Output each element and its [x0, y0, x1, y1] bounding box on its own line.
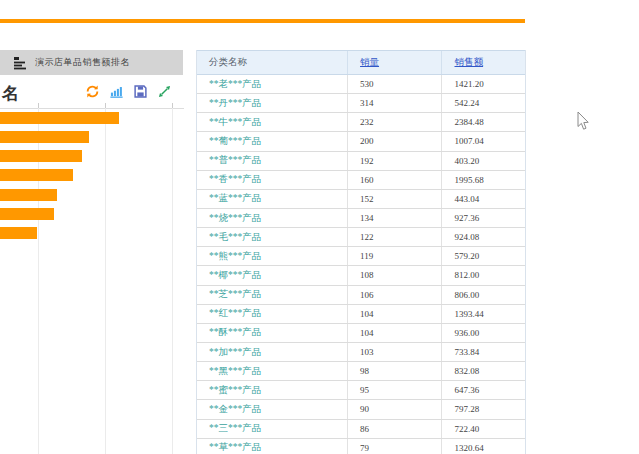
sales-volume-cell: 108: [348, 266, 442, 284]
sales-amount-cell: 2384.48: [442, 113, 525, 131]
table-row: **加***产品 103 733.84: [197, 343, 525, 362]
table-row: **烧***产品 134 927.36: [197, 209, 525, 228]
sales-amount-cell: 542.24: [442, 94, 525, 112]
chart-title: 名: [2, 82, 19, 105]
chart-bar: [0, 131, 89, 143]
table-row: **蓝***产品 152 443.04: [197, 190, 525, 209]
sales-amount-cell: 927.36: [442, 209, 525, 227]
sales-volume-cell: 95: [348, 381, 442, 399]
sales-amount-cell: 832.08: [442, 362, 525, 380]
sales-amount-cell: 924.08: [442, 228, 525, 246]
sales-amount-cell: 403.20: [442, 152, 525, 170]
sales-amount-cell: 579.20: [442, 247, 525, 265]
sales-volume-cell: 104: [348, 305, 442, 323]
category-name-link[interactable]: **毛***产品: [209, 231, 261, 244]
category-name-link[interactable]: **熊***产品: [209, 250, 261, 263]
sales-amount-cell: 1421.20: [442, 75, 525, 93]
sales-amount-cell: 1393.44: [442, 305, 525, 323]
table-row: **椰***产品 108 812.00: [197, 266, 525, 285]
table-row: **香***产品 160 1995.68: [197, 171, 525, 190]
sales-volume-cell: 79: [348, 439, 442, 454]
sales-amount-cell: 1995.68: [442, 171, 525, 189]
category-name-link[interactable]: **蜜***产品: [209, 384, 261, 397]
column-header-category: 分类名称: [197, 51, 348, 74]
category-name-link[interactable]: **丹***产品: [209, 97, 261, 110]
sales-amount-cell: 443.04: [442, 190, 525, 208]
sales-volume-cell: 530: [348, 75, 442, 93]
sales-amount-cell: 806.00: [442, 286, 525, 304]
category-name-link[interactable]: **加***产品: [209, 346, 261, 359]
axis-tick: [172, 103, 173, 108]
category-name-link[interactable]: **烧***产品: [209, 212, 261, 225]
sales-volume-cell: 106: [348, 286, 442, 304]
refresh-icon[interactable]: [86, 85, 99, 98]
category-name-link[interactable]: **香***产品: [209, 173, 261, 186]
category-name-link[interactable]: **葡***产品: [209, 135, 261, 148]
table-row: **三***产品 86 722.40: [197, 420, 525, 439]
sales-volume-cell: 160: [348, 171, 442, 189]
panel-title: 演示店单品销售额排名: [35, 56, 130, 69]
table-row: **葡***产品 200 1007.04: [197, 132, 525, 151]
category-name-link[interactable]: **芝***产品: [209, 288, 261, 301]
category-name-link[interactable]: **酥***产品: [209, 326, 261, 339]
chart-bar: [0, 150, 82, 162]
table-row: **黑***产品 98 832.08: [197, 362, 525, 381]
category-name-link[interactable]: **金***产品: [209, 403, 261, 416]
category-name-link[interactable]: **椰***产品: [209, 269, 261, 282]
top-divider-line: [0, 19, 525, 23]
chart-bar: [0, 169, 73, 181]
sales-volume-cell: 314: [348, 94, 442, 112]
chart-panel-header: 演示店单品销售额排名: [0, 50, 183, 75]
table-header-row: 分类名称 销量 销售额: [197, 50, 525, 75]
category-name-link[interactable]: **蓝***产品: [209, 192, 261, 205]
table-row: **草***产品 79 1320.64: [197, 439, 525, 454]
sales-volume-cell: 98: [348, 362, 442, 380]
page: { "colors": { "accent_orange": "#ff9800"…: [0, 0, 639, 454]
table-row: **红***产品 104 1393.44: [197, 305, 525, 324]
sales-volume-cell: 103: [348, 343, 442, 361]
column-header-sales-amount-link[interactable]: 销售额: [454, 56, 483, 69]
sales-volume-cell: 232: [348, 113, 442, 131]
table-row: **芝***产品 106 806.00: [197, 286, 525, 305]
sales-volume-cell: 122: [348, 228, 442, 246]
chart-toolbar: [86, 85, 171, 98]
chart-bars: [0, 112, 184, 454]
sales-amount-cell: 797.28: [442, 400, 525, 418]
table-row: **毛***产品 122 924.08: [197, 228, 525, 247]
chart-bar: [0, 112, 119, 124]
sales-volume-cell: 152: [348, 190, 442, 208]
sales-volume-cell: 200: [348, 132, 442, 150]
sales-amount-cell: 812.00: [442, 266, 525, 284]
sales-volume-cell: 134: [348, 209, 442, 227]
table-row: **金***产品 90 797.28: [197, 400, 525, 419]
table-row: **蜜***产品 95 647.36: [197, 381, 525, 400]
sales-amount-cell: 647.36: [442, 381, 525, 399]
category-name-link[interactable]: **普***产品: [209, 154, 261, 167]
chart-bar: [0, 208, 54, 220]
category-name-link[interactable]: **老***产品: [209, 78, 261, 91]
table-row: **熊***产品 119 579.20: [197, 247, 525, 266]
category-name-link[interactable]: **草***产品: [209, 441, 261, 454]
sales-amount-cell: 1320.64: [442, 439, 525, 454]
sales-volume-cell: 104: [348, 324, 442, 342]
sales-volume-cell: 90: [348, 400, 442, 418]
chart-bar: [0, 189, 57, 201]
column-header-sales-volume-link[interactable]: 销量: [360, 56, 379, 69]
chart-axis-line: [0, 108, 184, 109]
expand-icon[interactable]: [158, 85, 171, 98]
category-name-link[interactable]: **牛***产品: [209, 116, 261, 129]
ranking-list-icon: [13, 56, 27, 70]
bar-chart-icon[interactable]: [110, 85, 123, 98]
sales-volume-cell: 192: [348, 152, 442, 170]
table-row: **老***产品 530 1421.20: [197, 75, 525, 94]
axis-tick: [38, 103, 39, 108]
category-name-link[interactable]: **黑***产品: [209, 365, 261, 378]
category-name-link[interactable]: **红***产品: [209, 307, 261, 320]
sales-amount-cell: 722.40: [442, 420, 525, 438]
sales-volume-cell: 86: [348, 420, 442, 438]
sales-amount-cell: 1007.04: [442, 132, 525, 150]
table-row: **普***产品 192 403.20: [197, 152, 525, 171]
sales-amount-cell: 936.00: [442, 324, 525, 342]
category-name-link[interactable]: **三***产品: [209, 422, 261, 435]
save-icon[interactable]: [134, 85, 147, 98]
